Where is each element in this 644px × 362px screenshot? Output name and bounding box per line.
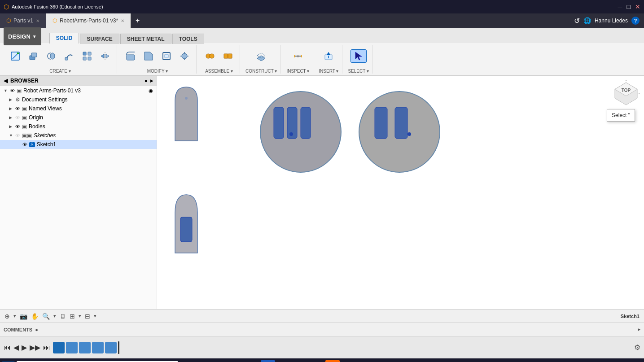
eye-icon-2[interactable]: 👁 <box>15 106 20 111</box>
timeline: ⏮ ◀ ▶ ▶▶ ⏭ ⚙ <box>0 336 644 358</box>
timeline-next-icon[interactable]: ▶▶ <box>30 343 40 352</box>
browser-item-sketches[interactable]: ▼ 👁 ▣▣ Sketches <box>0 131 157 140</box>
browser-item-root[interactable]: ▼ 👁 ▣ Robot Arms-Parts-01 v3 ◉ <box>0 86 157 95</box>
tab-add-button[interactable]: + <box>131 17 144 25</box>
orbit-icon[interactable]: ⊕ <box>4 313 10 320</box>
viewport[interactable]: TOP Select " <box>157 76 644 309</box>
timeline-prev-icon[interactable]: ◀ <box>13 343 19 352</box>
activate-icon[interactable]: ◉ <box>149 88 153 94</box>
timeline-item-1[interactable] <box>66 342 78 353</box>
sweep-button[interactable] <box>61 50 77 62</box>
refresh-icon[interactable]: ↺ <box>574 17 580 25</box>
grid2-icon[interactable]: ⊟ <box>85 313 90 320</box>
construct-buttons <box>253 45 269 68</box>
browser-header: ◀ BROWSER ● ▸ <box>0 76 157 86</box>
eye-icon-5[interactable]: 👁 <box>15 133 20 138</box>
browser-item-origin[interactable]: ▶ 👁 ▣ Origin <box>0 113 157 122</box>
svg-marker-34 <box>355 52 362 60</box>
chamfer-button[interactable] <box>140 50 157 62</box>
expand-arrow-icon: ▶ <box>9 97 13 102</box>
timeline-item-2[interactable] <box>79 342 91 353</box>
timeline-play-icon[interactable]: ▶ <box>22 343 27 352</box>
taskbar: ⊞ 🔍 ⧉ 🌐 📁 🛍 ✉ W 🌐 ⬡ 🖼 F 🔋 88% 📶 🔊 ⌨ 9.38… <box>0 358 644 362</box>
timeline-track <box>53 341 119 354</box>
browser-collapse-icon[interactable]: ◀ <box>4 78 8 84</box>
tab-sheet-metal[interactable]: SHEET METAL <box>120 34 171 44</box>
fusion-icon[interactable]: ⬡ <box>293 360 307 362</box>
chrome-icon[interactable]: 🌐 <box>277 360 291 362</box>
svg-rect-50 <box>180 217 192 242</box>
display-icon[interactable]: 🖥 <box>60 313 66 320</box>
joint-button[interactable] <box>202 50 218 62</box>
tab-close-icon[interactable]: ✕ <box>36 18 39 23</box>
word-icon[interactable]: W <box>261 360 275 362</box>
help-icon[interactable]: ? <box>631 17 640 25</box>
orange-app-icon[interactable]: F <box>325 360 340 362</box>
browser-item-label-bodies: Bodies <box>29 123 45 130</box>
shell-button[interactable] <box>158 50 175 62</box>
edge-icon[interactable]: 🌐 <box>196 360 210 362</box>
fillet-button[interactable] <box>123 50 139 62</box>
clock[interactable]: 9.38 1.6.2020 <box>611 361 631 362</box>
camera-icon[interactable]: 📷 <box>20 313 27 320</box>
timeline-item-4[interactable] <box>105 342 117 353</box>
design-dropdown[interactable]: DESIGN ▼ <box>4 27 41 45</box>
timeline-start-icon[interactable]: ⏮ <box>4 344 11 352</box>
svg-point-49 <box>407 132 411 136</box>
browser-item-named-views[interactable]: ▶ 👁 ▣ Named Views <box>0 104 157 113</box>
app-logo-icon: ⬡ <box>4 3 9 10</box>
browser-expand-icon[interactable]: ▸ <box>150 78 153 84</box>
tab-robot-arms[interactable]: ⬡ RobotArms-Parts-01 v3* ✕ <box>46 13 131 28</box>
browser-item-label-sketches: Sketches <box>34 132 56 139</box>
timeline-settings-icon[interactable]: ⚙ <box>634 343 640 352</box>
store-icon[interactable]: 🛍 <box>228 360 243 362</box>
mail-icon[interactable]: ✉ <box>245 360 259 362</box>
insert-button[interactable] <box>320 50 337 62</box>
mirror-button[interactable] <box>97 50 113 62</box>
tab-surface[interactable]: SURFACE <box>80 34 119 44</box>
maximize-button[interactable]: □ <box>627 3 631 10</box>
as-built-button[interactable] <box>220 50 236 62</box>
comments-expand-icon[interactable]: ▸ <box>638 327 640 332</box>
task-view-icon[interactable]: ⧉ <box>180 360 194 362</box>
plane-button[interactable] <box>253 50 269 62</box>
browser-item-label-origin: Origin <box>29 114 43 121</box>
bar-sep-4: ▾ <box>94 313 96 319</box>
zoom-icon[interactable]: 🔍 <box>42 313 50 320</box>
svg-rect-44 <box>301 107 311 139</box>
grid-icon[interactable]: ⊞ <box>70 313 75 320</box>
eye-icon-6[interactable]: 👁 <box>22 142 27 147</box>
browser-settings-icon[interactable]: ● <box>145 78 148 84</box>
tab-label-2: RobotArms-Parts-01 v3* <box>60 17 118 24</box>
timeline-item-0[interactable] <box>53 342 65 353</box>
move-button[interactable] <box>176 50 193 62</box>
browser-item-doc-settings[interactable]: ▶ ⚙ Document Settings <box>0 95 157 104</box>
browser-item-sketch1[interactable]: ▶ 👁 S Sketch1 <box>0 140 157 149</box>
revolve-button[interactable] <box>43 50 59 62</box>
new-sketch-button[interactable] <box>7 50 23 62</box>
eye-icon-4[interactable]: 👁 <box>15 124 20 129</box>
extrude-button[interactable] <box>25 50 41 62</box>
explorer-icon[interactable]: 📁 <box>212 360 227 362</box>
timeline-end-icon[interactable]: ⏭ <box>43 344 50 352</box>
browser-item-bodies[interactable]: ▶ 👁 ▣ Bodies <box>0 122 157 131</box>
measure-button[interactable] <box>290 50 306 62</box>
ribbon-group-inspect: INSPECT ▾ <box>283 45 313 74</box>
pattern-button[interactable] <box>79 50 95 62</box>
svg-point-2 <box>17 52 19 54</box>
timeline-item-3[interactable] <box>92 342 104 353</box>
close-button[interactable]: ✕ <box>635 3 640 10</box>
pan-icon[interactable]: ✋ <box>31 313 39 320</box>
tab-solid[interactable]: SOLID <box>49 33 79 44</box>
select-button[interactable] <box>350 49 367 63</box>
minimize-button[interactable]: ─ <box>618 3 622 10</box>
tab-tools[interactable]: TOOLS <box>172 34 204 44</box>
app-title: Autodesk Fusion 360 (Education License) <box>12 4 103 9</box>
eye-icon[interactable]: 👁 <box>10 88 15 93</box>
photo-icon[interactable]: 🖼 <box>309 360 324 362</box>
tab-parts-v1[interactable]: ⬡ Parts v1 ✕ <box>0 13 46 28</box>
globe-icon[interactable]: 🌐 <box>583 17 591 24</box>
bottom-bar: ⊕ ▾ 📷 ✋ 🔍 ▾ 🖥 ⊞ ▾ ⊟ ▾ Sketch1 <box>0 309 644 323</box>
eye-icon-3[interactable]: 👁 <box>15 115 20 120</box>
tab-close-icon-2[interactable]: ✕ <box>121 18 124 23</box>
